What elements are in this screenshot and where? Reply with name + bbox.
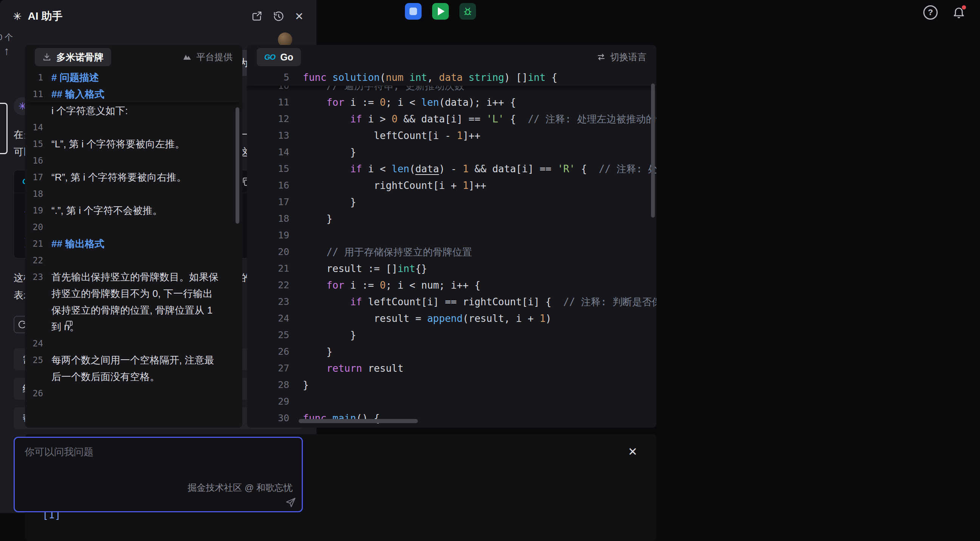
problem-line: 25每两个数之间用一个空格隔开, 注意最后一个数后面没有空格。 — [25, 352, 242, 385]
thumbs-down-icon — [65, 320, 74, 329]
debug-button[interactable] — [460, 3, 476, 20]
problem-panel: 多米诺骨牌 平台提供 1# 问题描述11## 输入格式 i 个字符意义如下:14… — [25, 45, 242, 428]
topbar-right: ? — [923, 5, 966, 20]
code-line[interactable]: 12if i > 0 && data[i] == 'L' { // 注释: 处理… — [247, 111, 656, 127]
code-line[interactable]: 20// 用于存储保持竖立的骨牌位置 — [247, 244, 656, 260]
code-line[interactable]: 17} — [247, 194, 656, 210]
provider-label: 平台提供 — [183, 51, 232, 63]
topbar: ? — [0, 0, 980, 28]
code-line[interactable]: 14} — [247, 144, 656, 160]
code-line[interactable]: 11for i := 0; i < len(data); i++ { — [247, 94, 656, 111]
problem-line: 26 — [25, 385, 242, 401]
problem-line: 11## 输入格式 — [25, 86, 242, 102]
problem-scrollbar[interactable] — [235, 107, 239, 224]
app: ? 0 个 ↑ 多米诺骨牌 — [0, 0, 980, 541]
code-line[interactable]: 21result := []int{} — [247, 260, 656, 277]
build-button[interactable] — [405, 3, 422, 20]
problem-line: 21## 输出格式 — [25, 235, 242, 252]
code-line[interactable]: 15if i < len(data) - 1 && data[i] == 'R'… — [247, 160, 656, 177]
chat-input-placeholder: 你可以问我问题 — [15, 438, 302, 466]
problem-line: 19“.”, 第 i 个字符不会被推。 — [25, 202, 242, 219]
notification-bell[interactable] — [952, 5, 966, 20]
code-line[interactable]: 26} — [247, 343, 656, 360]
close-icon[interactable]: ✕ — [628, 445, 638, 458]
problem-title: 多米诺骨牌 — [56, 51, 103, 63]
run-controls — [405, 3, 476, 20]
code-line[interactable]: 29 — [247, 393, 656, 410]
code-line[interactable]: 25} — [247, 327, 656, 343]
problem-header: 多米诺骨牌 平台提供 — [25, 45, 242, 69]
go-logo-icon: GO — [264, 53, 275, 62]
problem-line: 16 — [25, 152, 242, 169]
chat-input[interactable]: 你可以问我问题 掘金技术社区 @ 和歌忘忧 — [14, 437, 303, 512]
editor-header: GO Go 切换语言 — [247, 45, 656, 69]
run-button[interactable] — [432, 3, 449, 20]
code-line[interactable]: 27return result — [247, 360, 656, 377]
square-icon — [409, 8, 417, 15]
notification-dot — [962, 5, 966, 10]
problem-line: 22 — [25, 252, 242, 269]
language-badge[interactable]: GO Go — [257, 48, 301, 66]
collapsed-panel-handle[interactable] — [0, 103, 8, 154]
problem-lines: i 个字符意义如下:1415“L”, 第 i 个字符将要被向左推。1617“R”… — [25, 102, 242, 401]
problem-body: 1# 问题描述11## 输入格式 i 个字符意义如下:1415“L”, 第 i … — [25, 69, 242, 428]
problem-line: 23首先输出保持竖立的骨牌数目。如果保持竖立的骨牌数目不为 0, 下一行输出保持… — [25, 269, 242, 335]
code-line[interactable]: 16rightCount[i + 1]++ — [247, 177, 656, 194]
problem-line: 18 — [25, 186, 242, 202]
code-line[interactable]: 23if leftCount[i] == rightCount[i] { // … — [247, 294, 656, 310]
editor-vertical-scrollbar[interactable] — [651, 84, 655, 217]
problem-title-badge: 多米诺骨牌 — [35, 48, 111, 66]
code-line[interactable]: 19 — [247, 227, 656, 244]
code-line[interactable]: 24result = append(result, i + 1) — [247, 310, 656, 327]
code-line[interactable]: 10// 遍历字符串, 更新推动次数 — [247, 86, 656, 94]
code-line[interactable]: 5func solution(num int, data string) []i… — [247, 69, 656, 86]
problem-sticky-lines: 1# 问题描述11## 输入格式 — [25, 69, 242, 102]
collapsed-count-label: 0 个 — [0, 32, 13, 43]
platform-icon — [183, 52, 192, 62]
problem-line: i 个字符意义如下: — [25, 102, 242, 119]
code-line[interactable]: 31// You can add more test cases here — [247, 427, 656, 428]
code-line[interactable]: 28} — [247, 377, 656, 393]
download-icon — [42, 52, 51, 62]
sticky-line[interactable]: 5func solution(num int, data string) []i… — [247, 69, 656, 86]
play-icon — [438, 7, 445, 16]
up-arrow-icon[interactable]: ↑ — [4, 44, 10, 57]
bug-icon — [463, 6, 473, 16]
problem-line: 24 — [25, 335, 242, 352]
code-line[interactable]: 13leftCount[i - 1]++ — [247, 127, 656, 144]
code-lines[interactable]: 10// 遍历字符串, 更新推动次数11for i := 0; i < len(… — [247, 86, 656, 428]
problem-line: 17“R”, 第 i 个字符将要被向右推。 — [25, 169, 242, 186]
code-editor[interactable]: 5func solution(num int, data string) []i… — [247, 69, 656, 428]
watermark-label: 掘金技术社区 @ 和歌忘忧 — [188, 482, 293, 494]
problem-line: 20 — [25, 219, 242, 235]
code-line[interactable]: 18} — [247, 210, 656, 227]
send-icon[interactable] — [285, 497, 296, 508]
code-line[interactable]: 22for i := 0; i < num; i++ { — [247, 277, 656, 294]
problem-line: 15“L”, 第 i 个字符将要被向左推。 — [25, 136, 242, 152]
code-line[interactable]: 30func main() { — [247, 410, 656, 427]
problem-line: 1# 问题描述 — [25, 69, 242, 86]
help-button[interactable]: ? — [923, 5, 938, 20]
language-label: Go — [280, 52, 293, 63]
editor-panel: GO Go 切换语言 5func solution(num int, data … — [247, 45, 656, 428]
problem-line: 14 — [25, 119, 242, 136]
swap-icon — [597, 52, 606, 62]
switch-language-button[interactable]: 切换语言 — [597, 51, 646, 63]
editor-horizontal-scrollbar[interactable] — [299, 419, 418, 423]
